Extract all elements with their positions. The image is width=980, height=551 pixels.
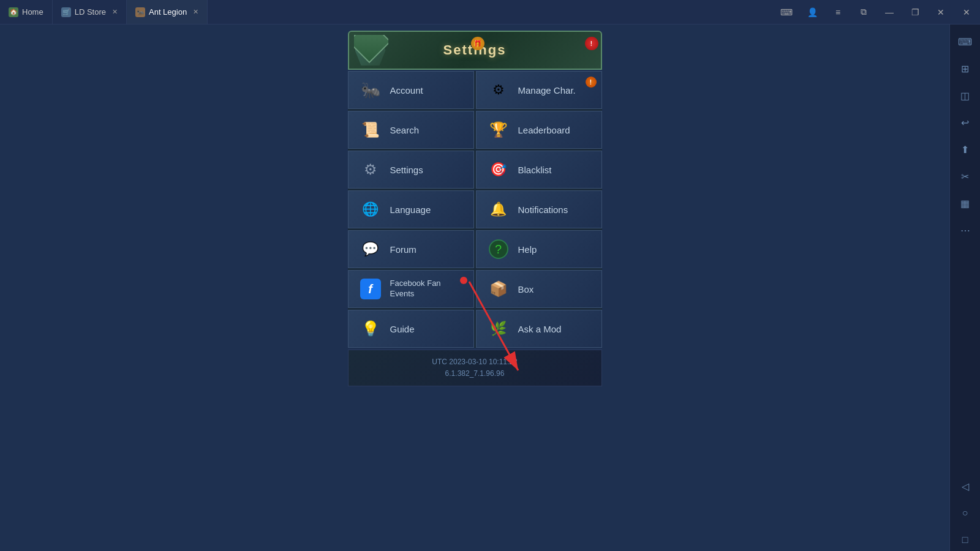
search-icon: 📜: [358, 118, 383, 142]
extra-button[interactable]: ✕: [957, 2, 976, 22]
forum-icon: 💬: [358, 237, 383, 261]
minimize-button[interactable]: —: [880, 2, 899, 22]
restore-button[interactable]: ❐: [905, 2, 925, 22]
right-sidebar: ⌨ ⊞ ◫ ↩ ⬆ ✂ ▦ ⋯ ◁ ○ □: [949, 24, 980, 551]
menu-button[interactable]: ≡: [828, 2, 848, 22]
menu-item-notifications[interactable]: 🔔 Notifications: [476, 190, 602, 228]
leaderboard-icon: 🏆: [486, 118, 511, 142]
sidebar-back-icon[interactable]: ↩: [954, 111, 976, 133]
tab-ldstore[interactable]: 🛒 LD Store ✕: [53, 0, 127, 24]
facebook-red-dot: [460, 277, 467, 284]
window-controls: ⌨ 👤 ≡ ⧉ — ❐ ✕ ✕: [777, 2, 980, 22]
tab-home[interactable]: 🏠 Home: [0, 0, 53, 24]
box-icon: 📦: [486, 277, 511, 301]
close-button[interactable]: ✕: [931, 2, 951, 22]
settings-icon: ⚙: [358, 157, 383, 182]
tab-ldstore-close[interactable]: ✕: [112, 8, 118, 16]
sidebar-circle-icon[interactable]: ○: [954, 502, 976, 524]
menu-grid: 🐜 Account ⚙ Manage Char. ! 📜 Search: [348, 71, 602, 348]
sidebar-square-icon[interactable]: □: [954, 529, 976, 551]
menu-item-box[interactable]: 📦 Box: [476, 270, 602, 308]
sidebar-keyboard-icon[interactable]: ⌨: [954, 31, 976, 53]
main-content: Settings 🎁 ! 🐜 Account ⚙ Manage Char. !: [0, 24, 949, 551]
menu-item-blacklist[interactable]: 🎯 Blacklist: [476, 151, 602, 189]
box-label: Box: [518, 284, 534, 294]
help-icon: ?: [486, 237, 511, 261]
footer-line2: 6.1.382_7.1.96.96: [355, 368, 595, 380]
menu-item-settings[interactable]: ⚙ Settings: [348, 151, 474, 189]
manage-char-badge: !: [586, 77, 597, 88]
tab-home-label: Home: [22, 7, 43, 17]
tab-antlegion-label: Ant Legion: [149, 7, 187, 17]
footer-info: UTC 2023-03-10 10:11:22 6.1.382_7.1.96.9…: [348, 350, 602, 386]
search-label: Search: [390, 125, 420, 135]
guide-label: Guide: [390, 324, 415, 334]
sidebar-apk-icon[interactable]: ▦: [954, 192, 976, 214]
settings-label: Settings: [390, 165, 423, 175]
menu-item-guide[interactable]: 💡 Guide: [348, 310, 474, 348]
leaderboard-label: Leaderboard: [518, 125, 570, 135]
language-icon: 🌐: [358, 197, 383, 222]
notifications-label: Notifications: [518, 204, 568, 215]
menu-item-leaderboard[interactable]: 🏆 Leaderboard: [476, 111, 602, 149]
menu-item-forum[interactable]: 💬 Forum: [348, 230, 474, 268]
ask-mod-label: Ask a Mod: [518, 324, 562, 334]
manage-char-label: Manage Char.: [518, 85, 576, 96]
forum-label: Forum: [390, 244, 417, 255]
sidebar-cut-icon[interactable]: ✂: [954, 165, 976, 187]
ask-mod-icon: 🌿: [486, 317, 511, 341]
settings-header: Settings 🎁 !: [348, 31, 602, 70]
menu-item-help[interactable]: ? Help: [476, 230, 602, 268]
tab-ldstore-label: LD Store: [75, 7, 106, 17]
gift-badge: 🎁: [471, 37, 484, 50]
settings-panel: Settings 🎁 ! 🐜 Account ⚙ Manage Char. !: [348, 31, 602, 386]
language-label: Language: [390, 204, 431, 215]
menu-item-ask-mod[interactable]: 🌿 Ask a Mod: [476, 310, 602, 348]
account-label: Account: [390, 85, 423, 96]
facebook-label: Facebook Fan Events: [390, 279, 441, 299]
top-bar: 🏠 Home 🛒 LD Store ✕ 🐜 Ant Legion ✕ ⌨ 👤 ≡…: [0, 0, 980, 24]
blacklist-icon: 🎯: [486, 157, 511, 182]
guide-icon: 💡: [358, 317, 383, 341]
account-icon: 🐜: [358, 78, 383, 102]
keyboard-button[interactable]: ⌨: [777, 2, 796, 22]
blacklist-label: Blacklist: [518, 165, 552, 175]
ant-icon: 🐜: [135, 7, 145, 17]
layout-button[interactable]: ⧉: [854, 2, 873, 22]
alert-badge: !: [585, 37, 598, 50]
sidebar-up-icon[interactable]: ⬆: [954, 138, 976, 160]
user-button[interactable]: 👤: [802, 2, 822, 22]
sidebar-layout-icon[interactable]: ◫: [954, 84, 976, 107]
sidebar-back-nav-icon[interactable]: ◁: [954, 475, 976, 497]
help-label: Help: [518, 244, 537, 255]
menu-item-manage-char[interactable]: ⚙ Manage Char. !: [476, 71, 602, 109]
tab-antlegion[interactable]: 🐜 Ant Legion ✕: [127, 0, 208, 24]
sidebar-more-icon[interactable]: ⋯: [954, 219, 976, 241]
menu-item-language[interactable]: 🌐 Language: [348, 190, 474, 228]
footer-line1: UTC 2023-03-10 10:11:22: [355, 356, 595, 368]
menu-item-search[interactable]: 📜 Search: [348, 111, 474, 149]
menu-item-account[interactable]: 🐜 Account: [348, 71, 474, 109]
menu-item-facebook[interactable]: f Facebook Fan Events: [348, 270, 474, 308]
tab-antlegion-close[interactable]: ✕: [193, 8, 198, 16]
home-icon: 🏠: [9, 7, 18, 17]
store-icon: 🛒: [61, 7, 71, 17]
sidebar-grid-icon[interactable]: ⊞: [954, 58, 976, 80]
notifications-icon: 🔔: [486, 197, 511, 222]
facebook-icon: f: [358, 277, 383, 301]
manage-char-icon: ⚙: [486, 78, 511, 102]
